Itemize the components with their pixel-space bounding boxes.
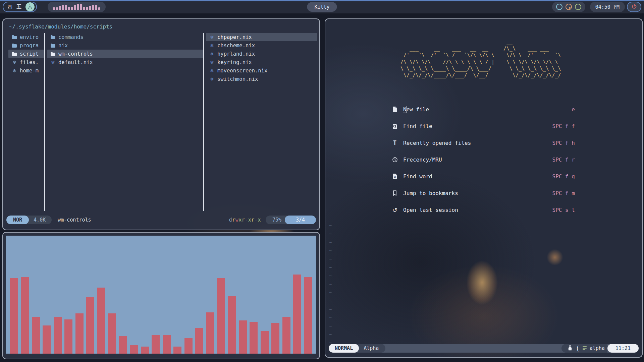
workspace-四[interactable]: 四 xyxy=(7,4,12,10)
topbar-viz-bar xyxy=(98,7,100,10)
folder-icon xyxy=(50,52,56,56)
topbar-viz-bar xyxy=(92,5,94,10)
file-row-chscheme.nix[interactable]: ❄chscheme.nix xyxy=(206,41,317,50)
statusline-clock: 11:21 xyxy=(607,344,639,353)
top-accent-line xyxy=(0,0,644,1)
preview-column: ❄chpaper.nix❄chscheme.nix❄hyprland.nix❄k… xyxy=(206,33,317,83)
file-name: wm-controls xyxy=(58,51,93,57)
topbar-viz-bar xyxy=(71,7,73,10)
workspace-六[interactable]: 六 xyxy=(25,2,35,11)
desktop: 四五六 Kitty 04:50 PM ~/.sysflake/modules/h… xyxy=(0,0,644,362)
linux-penguin-icon xyxy=(568,345,573,352)
spectrum-bar xyxy=(32,317,40,354)
folder-icon xyxy=(50,35,56,40)
file-manager-window: ~/.sysflake/modules/home/scripts envirop… xyxy=(2,18,320,230)
file-row-moveonscreen.nix[interactable]: ❄moveonscreen.nix xyxy=(206,66,317,75)
topbar-viz-bar xyxy=(59,6,61,10)
menu-item-shortcut: e xyxy=(572,106,575,113)
nix-snowflake-icon: ❄ xyxy=(209,52,215,56)
menu-item-find-word[interactable]: wFind wordSPC f g xyxy=(325,168,642,185)
folder-icon xyxy=(11,43,17,48)
menu-item-label: Find word xyxy=(403,173,432,180)
parent-directory-column: enviroprograscript❄files.❄home-m xyxy=(8,33,44,75)
file-name: chpaper.nix xyxy=(217,34,252,40)
nix-snowflake-icon: ❄ xyxy=(11,68,17,73)
statusline-section: Alpha xyxy=(354,344,385,353)
nix-snowflake-icon: ❄ xyxy=(209,43,215,48)
file-name: keyring.nix xyxy=(217,59,252,65)
file-row-wm-controls[interactable]: wm-controls xyxy=(47,50,203,58)
spectrum-bar xyxy=(54,317,62,354)
filetype-label: alpha xyxy=(590,345,605,351)
current-path: ~/.sysflake/modules/home/scripts xyxy=(9,23,112,30)
power-icon xyxy=(632,4,637,10)
file-name: moveonscreen.nix xyxy=(217,68,267,74)
file-row-script[interactable]: script xyxy=(8,50,44,58)
tilde-marker: ~ xyxy=(329,222,332,230)
neovim-window: __ ___ __ ___ __ __ /\_\ ___ ___ /' _ `\… xyxy=(325,18,643,358)
file-row-files.[interactable]: ❄files. xyxy=(8,58,44,66)
file-row-progra[interactable]: progra xyxy=(8,41,44,50)
folder-icon xyxy=(11,35,17,40)
menu-item-open-last-session[interactable]: ↺Open last sessionSPC s l xyxy=(325,201,642,218)
workspace-五[interactable]: 五 xyxy=(16,4,21,10)
session-icon: ↺ xyxy=(391,206,398,214)
topbar-viz-bar xyxy=(65,5,67,10)
menu-item-recently-opened-files[interactable]: TRecently opened filesSPC f h xyxy=(325,134,642,151)
neovim-ascii-logo: __ ___ __ ___ __ __ /\_\ ___ ___ /' _ `\… xyxy=(400,39,561,79)
spectrum-bar xyxy=(206,312,214,354)
folder-icon xyxy=(50,43,56,48)
bookmarks-icon xyxy=(391,190,398,196)
menu-item-jump-to-bookmarks[interactable]: Jump to bookmarksSPC f m xyxy=(325,185,642,201)
spectrum-bar xyxy=(271,323,279,354)
file-row-commands[interactable]: commands xyxy=(47,33,203,41)
menu-item-shortcut: SPC f h xyxy=(552,140,575,146)
topbar-audio-visualizer xyxy=(48,2,106,12)
topbar-viz-bar xyxy=(56,7,58,10)
menu-item-new-file[interactable]: New filee xyxy=(325,101,642,118)
orange-circle-icon[interactable] xyxy=(566,4,572,10)
file-row-home-m[interactable]: ❄home-m xyxy=(8,66,44,75)
spectrum-bar xyxy=(173,347,181,354)
menu-item-label: Find file xyxy=(403,123,432,129)
file-row-hyprland.nix[interactable]: ❄hyprland.nix xyxy=(206,50,317,58)
file-manager-statusbar: NOR 4.0K wm-controls drwxr-xr-x 75% 3/4 xyxy=(6,216,316,224)
spectrum-bar xyxy=(250,322,258,354)
svg-text:w: w xyxy=(394,176,396,179)
tilde-marker: ~ xyxy=(329,305,332,314)
file-row-keyring.nix[interactable]: ❄keyring.nix xyxy=(206,58,317,66)
current-directory-column: commandsnixwm-controls❄default.nix xyxy=(47,33,203,66)
tilde-marker: ~ xyxy=(329,263,332,272)
neovim-statusline: NORMAL Alpha ( alpha 11:21 xyxy=(329,344,639,353)
folder-icon xyxy=(11,52,17,56)
file-row-nix[interactable]: nix xyxy=(47,41,203,50)
file-name: nix xyxy=(58,43,68,49)
file-row-chpaper.nix[interactable]: ❄chpaper.nix xyxy=(206,33,317,41)
spectrum-bar xyxy=(217,278,225,354)
tilde-marker: ~ xyxy=(329,297,332,305)
file-row-enviro[interactable]: enviro xyxy=(8,33,44,41)
file-name: switchmon.nix xyxy=(217,76,258,82)
tilde-marker: ~ xyxy=(329,289,332,297)
menu-item-label: Jump to bookmarks xyxy=(403,190,458,196)
topbar-viz-bar xyxy=(89,6,91,10)
cursor-position: 3/4 xyxy=(285,216,316,224)
menu-item-find-file[interactable]: Find fileSPC f f xyxy=(325,118,642,134)
file-row-switchmon.nix[interactable]: ❄switchmon.nix xyxy=(206,75,317,83)
green-circle-icon[interactable] xyxy=(575,4,581,10)
file-row-default.nix[interactable]: ❄default.nix xyxy=(47,58,203,66)
cyan-circle-icon[interactable] xyxy=(556,4,562,10)
recent-files-icon: T xyxy=(391,139,398,146)
tilde-marker: ~ xyxy=(329,247,332,255)
file-permissions: drwxr-xr-x xyxy=(229,217,261,223)
topbar-viz-bar xyxy=(80,4,82,10)
spectrum-bar xyxy=(184,338,193,354)
spectrum-bar xyxy=(21,277,29,354)
menu-item-frecency-mru[interactable]: Frecency/MRUSPC f r xyxy=(325,151,642,168)
spectrum-bar xyxy=(228,296,236,354)
power-button[interactable] xyxy=(627,2,641,12)
tilde-marker: ~ xyxy=(329,322,332,330)
spectrum-bar xyxy=(163,335,171,354)
find-word-icon: w xyxy=(391,173,398,179)
mode-indicator: NOR xyxy=(6,216,29,224)
